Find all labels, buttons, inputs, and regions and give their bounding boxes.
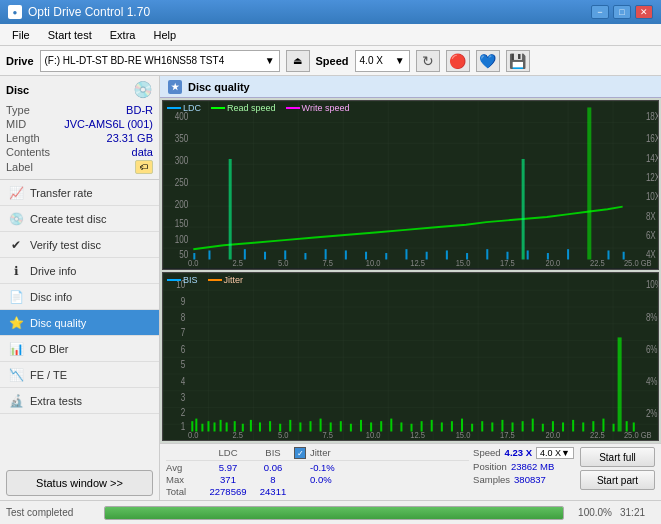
eject-button[interactable]: ⏏ <box>286 50 310 72</box>
sidebar-item-extra-tests[interactable]: 🔬 Extra tests <box>0 388 159 414</box>
svg-text:6%: 6% <box>646 343 658 354</box>
svg-text:0.0: 0.0 <box>188 257 199 268</box>
create-test-disc-icon: 💿 <box>8 211 24 227</box>
jitter-checkbox[interactable]: ✓ <box>294 447 306 459</box>
menu-bar: File Start test Extra Help <box>0 24 661 46</box>
save-button[interactable]: 💾 <box>506 50 530 72</box>
start-part-button[interactable]: Start part <box>580 470 655 490</box>
disc-info-icon: 📄 <box>8 289 24 305</box>
svg-text:12.5: 12.5 <box>410 257 425 268</box>
svg-rect-84 <box>299 422 301 431</box>
status-text: Test completed <box>6 507 96 518</box>
menu-help[interactable]: Help <box>145 27 184 43</box>
main-content: ★ Disc quality LDC Read speed <box>160 76 661 500</box>
avg-label: Avg <box>166 462 204 473</box>
sidebar-item-cd-bler[interactable]: 📊 CD Bler <box>0 336 159 362</box>
speed-select[interactable]: 4.0 X ▼ <box>355 50 410 72</box>
speed-label: Speed <box>316 55 349 67</box>
transfer-rate-icon: 📈 <box>8 185 24 201</box>
svg-rect-38 <box>567 249 569 259</box>
svg-text:1: 1 <box>181 421 185 432</box>
total-ldc: 2278569 <box>204 486 252 497</box>
svg-text:400: 400 <box>175 111 188 122</box>
sidebar-item-disc-info[interactable]: 📄 Disc info <box>0 284 159 310</box>
svg-text:17.5: 17.5 <box>500 429 515 440</box>
svg-text:8%: 8% <box>646 311 658 322</box>
avg-bis: 0.06 <box>252 462 294 473</box>
refresh-button[interactable]: ↻ <box>416 50 440 72</box>
sidebar-item-transfer-rate[interactable]: 📈 Transfer rate <box>0 180 159 206</box>
write-speed-legend-label: Write speed <box>302 103 350 113</box>
svg-rect-31 <box>446 250 448 259</box>
maximize-button[interactable]: □ <box>613 5 631 19</box>
sidebar-item-fe-te[interactable]: 📉 FE / TE <box>0 362 159 388</box>
status-bar: Test completed 100.0% 31:21 <box>0 500 661 524</box>
sidebar-item-disc-quality[interactable]: ⭐ Disc quality <box>0 310 159 336</box>
sidebar-item-label: CD Bler <box>30 343 69 355</box>
svg-rect-24 <box>304 253 306 259</box>
svg-rect-83 <box>289 419 291 431</box>
app-title: Opti Drive Control 1.70 <box>28 5 150 19</box>
svg-rect-81 <box>269 421 271 431</box>
sidebar-item-label: Disc info <box>30 291 72 303</box>
menu-file[interactable]: File <box>4 27 38 43</box>
svg-rect-112 <box>582 422 584 431</box>
svg-rect-88 <box>340 421 342 431</box>
cd-bler-icon: 📊 <box>8 341 24 357</box>
svg-text:22.5: 22.5 <box>590 257 605 268</box>
svg-rect-80 <box>259 422 261 431</box>
svg-text:4: 4 <box>181 376 185 387</box>
menu-extra[interactable]: Extra <box>102 27 144 43</box>
disc-icon[interactable]: 💿 <box>133 80 153 99</box>
chart2-legend: BIS Jitter <box>167 275 243 285</box>
svg-rect-99 <box>451 421 453 431</box>
verify-test-disc-icon: ✔ <box>8 237 24 253</box>
svg-rect-75 <box>220 419 222 431</box>
sidebar-item-create-test-disc[interactable]: 💿 Create test disc <box>0 206 159 232</box>
svg-rect-36 <box>527 250 529 259</box>
chart1-svg: 400 350 300 250 200 150 100 50 18X 16X 1… <box>163 101 658 269</box>
speed-target-select[interactable]: 4.0 X▼ <box>536 447 574 459</box>
color-button1[interactable]: 🔴 <box>446 50 470 72</box>
close-button[interactable]: ✕ <box>635 5 653 19</box>
mid-val: JVC-AMS6L (001) <box>64 118 153 130</box>
svg-text:6: 6 <box>181 343 185 354</box>
ldc-col-header: LDC <box>204 447 252 459</box>
position-key: Position <box>473 461 507 472</box>
svg-rect-85 <box>309 421 311 431</box>
svg-text:8X: 8X <box>646 211 656 222</box>
svg-rect-29 <box>405 249 407 259</box>
max-ldc: 371 <box>204 474 252 485</box>
minimize-button[interactable]: − <box>591 5 609 19</box>
svg-rect-20 <box>229 159 232 260</box>
svg-rect-30 <box>426 252 428 260</box>
speed-position-area: Speed 4.23 X 4.0 X▼ Position 23862 MB Sa… <box>473 447 655 490</box>
svg-rect-108 <box>542 423 544 431</box>
drive-select[interactable]: (F:) HL-DT-ST BD-RE WH16NS58 TST4 ▼ <box>40 50 280 72</box>
main-area: Disc 💿 Type BD-R MID JVC-AMS6L (001) Len… <box>0 76 661 500</box>
label-icon[interactable]: 🏷 <box>135 160 153 174</box>
svg-rect-21 <box>244 249 246 259</box>
start-full-button[interactable]: Start full <box>580 447 655 467</box>
menu-start-test[interactable]: Start test <box>40 27 100 43</box>
svg-rect-93 <box>390 418 392 431</box>
svg-rect-39 <box>587 107 591 259</box>
svg-rect-90 <box>360 419 362 431</box>
bis-legend-label: BIS <box>183 275 198 285</box>
svg-text:10%: 10% <box>646 279 658 290</box>
app-icon: ● <box>8 5 22 19</box>
svg-rect-22 <box>264 252 266 260</box>
sidebar-item-drive-info[interactable]: ℹ Drive info <box>0 258 159 284</box>
svg-rect-72 <box>201 423 203 431</box>
svg-text:10.0: 10.0 <box>366 429 381 440</box>
status-window-button[interactable]: Status window >> <box>6 470 153 496</box>
svg-text:25.0 GB: 25.0 GB <box>624 257 652 268</box>
action-buttons: Start full Start part <box>580 447 655 490</box>
sidebar-item-verify-test-disc[interactable]: ✔ Verify test disc <box>0 232 159 258</box>
chart1-legend: LDC Read speed Write speed <box>167 103 349 113</box>
svg-text:12X: 12X <box>646 172 658 183</box>
svg-text:5: 5 <box>181 359 185 370</box>
color-button2[interactable]: 💙 <box>476 50 500 72</box>
svg-text:100: 100 <box>175 234 188 245</box>
type-val: BD-R <box>126 104 153 116</box>
